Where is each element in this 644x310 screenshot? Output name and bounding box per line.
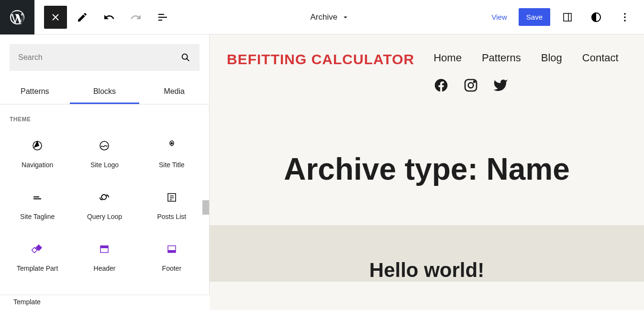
block-site-title[interactable]: Site Title (140, 130, 203, 178)
block-query-loop[interactable]: Query Loop (73, 182, 136, 230)
block-site-logo[interactable]: Site Logo (73, 130, 136, 178)
template-name: Archive (310, 12, 337, 22)
tab-blocks[interactable]: Blocks (70, 80, 140, 104)
svg-rect-11 (33, 198, 41, 199)
instagram-icon[interactable] (463, 78, 478, 93)
svg-point-9 (171, 143, 172, 144)
inserter-tabs: Patterns Blocks Media (0, 80, 209, 104)
site-title-icon (166, 140, 178, 151)
tab-media[interactable]: Media (139, 80, 209, 104)
save-button[interactable]: Save (519, 8, 550, 26)
svg-rect-16 (35, 244, 42, 251)
nav-contact[interactable]: Contact (582, 52, 619, 64)
svg-rect-21 (168, 250, 176, 253)
navigation-icon (32, 140, 43, 151)
list-view-button[interactable] (151, 6, 174, 29)
undo-button[interactable] (98, 6, 121, 29)
svg-point-3 (624, 16, 626, 18)
blocks-list: THEME Navigation Site Logo Site Title Si… (0, 104, 209, 310)
post-title: Hello world! (219, 259, 634, 282)
facebook-icon[interactable] (433, 78, 449, 93)
toolbar-left (34, 6, 174, 29)
nav-menu: Home Patterns Blog Contact (433, 52, 619, 64)
settings-panel-button[interactable] (556, 6, 579, 29)
tab-patterns[interactable]: Patterns (0, 80, 70, 104)
search-input[interactable] (18, 53, 180, 62)
twitter-icon[interactable] (493, 78, 508, 93)
site-logo-icon (99, 140, 110, 151)
nav-blog[interactable]: Blog (541, 52, 562, 64)
top-toolbar: Archive View Save (0, 0, 644, 34)
view-link[interactable]: View (486, 9, 513, 25)
social-links (433, 78, 508, 93)
svg-point-5 (182, 54, 188, 59)
toolbar-right: View Save (486, 6, 644, 29)
site-tagline-icon (32, 192, 43, 203)
archive-title: Archive type: Name (219, 151, 634, 187)
search-icon (180, 52, 191, 63)
svg-rect-0 (564, 13, 571, 21)
nav-home[interactable]: Home (433, 52, 462, 64)
site-header: BEFITTING CALCULATOR Home Patterns Blog … (210, 34, 644, 108)
close-inserter-button[interactable] (44, 6, 67, 29)
svg-point-2 (624, 13, 626, 15)
post-section[interactable]: Hello world! (210, 225, 644, 282)
block-header[interactable]: Header (73, 234, 136, 282)
svg-rect-10 (33, 196, 39, 197)
scrollbar[interactable] (202, 104, 209, 310)
block-template-part[interactable]: Template Part (6, 234, 69, 282)
chevron-down-icon (341, 13, 350, 22)
block-navigation[interactable]: Navigation (6, 130, 69, 178)
breadcrumb[interactable]: Template (0, 295, 210, 310)
svg-point-4 (624, 20, 626, 22)
query-loop-icon (99, 192, 110, 203)
block-site-tagline[interactable]: Site Tagline (6, 182, 69, 230)
svg-rect-19 (100, 246, 108, 248)
search-box[interactable] (10, 44, 200, 71)
block-posts-list[interactable]: Posts List (140, 182, 203, 230)
wordpress-logo[interactable] (0, 0, 34, 34)
scrollbar-thumb[interactable] (202, 200, 209, 215)
block-footer[interactable]: Footer (140, 234, 203, 282)
section-label: THEME (6, 116, 203, 130)
redo-button[interactable] (124, 6, 147, 29)
archive-hero[interactable]: Archive type: Name (210, 108, 644, 225)
options-button[interactable] (613, 6, 636, 29)
site-title[interactable]: BEFITTING CALCULATOR (227, 50, 414, 93)
nav-patterns[interactable]: Patterns (482, 52, 521, 64)
edit-icon[interactable] (71, 6, 94, 29)
svg-line-6 (187, 58, 189, 61)
header-icon (99, 243, 110, 255)
block-inserter-panel: Patterns Blocks Media THEME Navigation S… (0, 34, 210, 310)
footer-icon (166, 243, 178, 255)
svg-point-23 (468, 83, 474, 88)
template-selector[interactable]: Archive (174, 12, 486, 22)
editor-canvas[interactable]: BEFITTING CALCULATOR Home Patterns Blog … (210, 34, 644, 310)
svg-point-24 (474, 81, 475, 82)
template-part-icon (32, 243, 43, 255)
styles-button[interactable] (585, 6, 608, 29)
posts-list-icon (166, 192, 178, 203)
